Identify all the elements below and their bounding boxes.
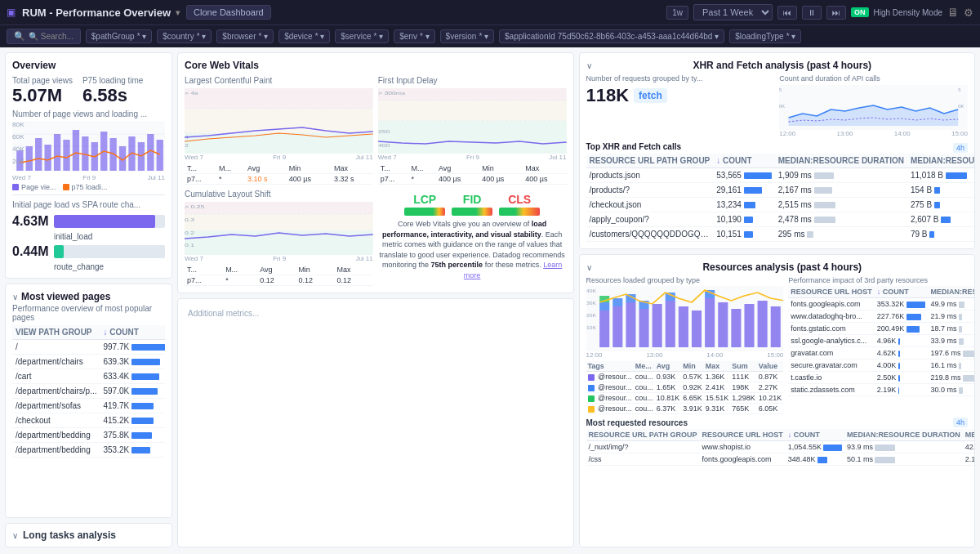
header-chevron[interactable]: ▾: [176, 8, 180, 17]
left-column: Overview Total page views 5.07M P75 load…: [5, 52, 172, 547]
p75-loading-label: P75 loading time: [82, 76, 144, 85]
impact-col-host: RESOURCE URL HOST: [788, 286, 874, 298]
time-1w-button[interactable]: 1w: [666, 6, 688, 20]
most-req-title: Most requested resources: [586, 418, 688, 427]
cell-path: /checkout: [12, 413, 100, 428]
col-count: ↓ COUNT: [100, 325, 166, 340]
res-x-1400: 14:00: [706, 351, 723, 359]
route-change-bar-container: [54, 245, 165, 258]
table-row: fonts.googleapis.com 353.32K 49.9 ms: [788, 298, 975, 311]
filter-version[interactable]: $version * ▾: [440, 29, 494, 43]
filter-country[interactable]: $country * ▾: [157, 29, 212, 43]
svg-text:400: 400: [378, 142, 390, 148]
pause-button[interactable]: ⏸: [802, 6, 822, 20]
svg-rect-67: [626, 302, 635, 347]
legend-dot-p75: [63, 184, 69, 190]
filter-browser[interactable]: $browser * ▾: [216, 29, 274, 43]
svg-text:0.2: 0.2: [185, 230, 194, 235]
most-viewed-subtitle: Performance overview of most popular pag…: [12, 304, 165, 322]
search-placeholder: 🔍 Search...: [29, 32, 74, 41]
lcp-x-wed: Wed 7: [185, 154, 203, 161]
svg-text:0.1: 0.1: [185, 242, 194, 248]
play-button[interactable]: ⏮: [777, 6, 797, 20]
initial-load-bar-container: [54, 215, 165, 228]
cls-badges-row: Cumulative Layout Shift > 0.25 0.3 0.2 0…: [185, 190, 567, 286]
settings-icon[interactable]: ⚙: [964, 7, 973, 19]
svg-rect-10: [63, 140, 69, 171]
cls-x-wed: Wed 7: [185, 255, 203, 262]
api-x-1300: 13:00: [836, 130, 853, 137]
overview-card: Overview Total page views 5.07M P75 load…: [5, 52, 172, 279]
cell-path: /department/bedding: [12, 428, 100, 443]
table-row: secure.gravatar.com 4.00K 16.1 ms: [788, 360, 975, 372]
api-x-1400: 14:00: [894, 130, 911, 137]
filter-appid[interactable]: $applicationId 75d50c62-8b66-403c-a453-a…: [499, 29, 724, 43]
forward-button[interactable]: ⏭: [826, 6, 846, 20]
cell-duration: 2,515 ms: [775, 198, 907, 212]
search-icon: 🔍: [14, 31, 25, 42]
xhr-header: ∨ XHR and Fetch analysis (past 4 hours): [586, 60, 969, 71]
cell-duration: 1,909 ms: [775, 168, 907, 183]
lcp-title: Largest Contentful Paint: [185, 76, 373, 85]
fetch-label: fetch: [634, 88, 667, 103]
legend-p75: p75 loadi...: [63, 183, 108, 191]
svg-rect-11: [73, 130, 79, 171]
cell-count: 4.62K: [875, 347, 929, 360]
cell-count: 375.8K: [100, 428, 166, 443]
svg-text:40K: 40K: [586, 289, 596, 293]
filter-service[interactable]: $service * ▾: [335, 29, 389, 43]
api-x-1500: 15:00: [951, 130, 968, 137]
filter-label: $loadingType: [735, 32, 784, 41]
vitals-badges-section: LCP FID CLS Core Web Vitals: [378, 190, 567, 286]
cell-size: 2,607 B: [907, 212, 975, 227]
filter-op: * ▾: [479, 32, 488, 41]
filter-label: $applicationId: [505, 32, 555, 41]
filter-pathgroup[interactable]: $pathGroup * ▾: [86, 29, 153, 43]
cell-host: gravatar.com: [788, 347, 874, 360]
svg-rect-7: [35, 138, 42, 171]
collapse-icon[interactable]: ∨: [12, 293, 18, 302]
cell-path: /apply_coupon/?: [586, 212, 714, 227]
initial-load-label: initial_load: [54, 232, 165, 241]
fid-x-jul: Jul 11: [549, 154, 566, 161]
table-row: /apply_coupon/? 10,190 2,478 ms 2,607 B: [586, 212, 976, 227]
lcp-badge-bar: [404, 208, 445, 216]
table-row: /department/bedding 353.2K 9.76 s 3.68 s…: [12, 443, 165, 458]
time-preset-select[interactable]: Past 1 Week: [693, 4, 773, 20]
spa-section: Initial page load vs SPA route cha... 4.…: [12, 194, 165, 271]
lcp-badge: LCP: [404, 193, 445, 216]
svg-rect-76: [705, 298, 715, 347]
table-row: /department/chairs 639.3K 5.03 s 3.10 s …: [12, 355, 165, 369]
cell-duration: 33.9 ms: [928, 335, 975, 347]
chart-subtitle: Number of page views and loading ...: [12, 109, 165, 118]
resources-collapse-button[interactable]: ∨: [586, 263, 592, 272]
collapse-icon[interactable]: ∨: [12, 531, 18, 540]
spa-title: Initial page load vs SPA route cha...: [12, 200, 165, 209]
cell-host: ssl.google-analytics.c...: [788, 335, 874, 347]
svg-rect-80: [744, 304, 754, 347]
svg-rect-81: [757, 301, 767, 347]
filter-device[interactable]: $device * ▾: [278, 29, 330, 43]
most-req-table: RESOURCE URL PATH GROUP RESOURCE URL HOS…: [586, 429, 976, 466]
svg-rect-37: [378, 121, 567, 154]
p75-loading-metric: P75 loading time 6.58s: [82, 76, 144, 106]
route-change-row: 0.44M: [12, 244, 165, 259]
long-tasks-card: ∨ Long tasks analysis: [5, 523, 172, 547]
cell-count: 13,234: [713, 198, 774, 212]
route-change-value: 0.44M: [12, 244, 49, 259]
filter-loadingtype[interactable]: $loadingType * ▾: [729, 29, 801, 43]
xhr-collapse-button[interactable]: ∨: [586, 61, 592, 70]
search-box[interactable]: 🔍 🔍 Search...: [7, 29, 81, 44]
most-viewed-title: Most viewed pages: [21, 291, 110, 302]
xhr-table-section: Top XHR and Fetch calls 4h RESOURCE URL …: [586, 142, 969, 242]
clone-dashboard-button[interactable]: Clone Dashboard: [186, 5, 271, 20]
impact-section: Performance impact of 3rd party resource…: [788, 276, 975, 414]
cwv-title: Core Web Vitals: [185, 60, 567, 71]
monitor-icon: 🖥: [947, 6, 959, 19]
svg-text:0K: 0K: [958, 104, 964, 109]
resources-card: ∨ Resources analysis (past 4 hours) Reso…: [579, 254, 976, 547]
svg-text:10K: 10K: [586, 326, 596, 330]
filter-env[interactable]: $env * ▾: [394, 29, 434, 43]
mr-col-size: MEDIAN:RESOURCE SIZE: [963, 429, 975, 441]
cell-count: 10,151: [713, 227, 774, 242]
